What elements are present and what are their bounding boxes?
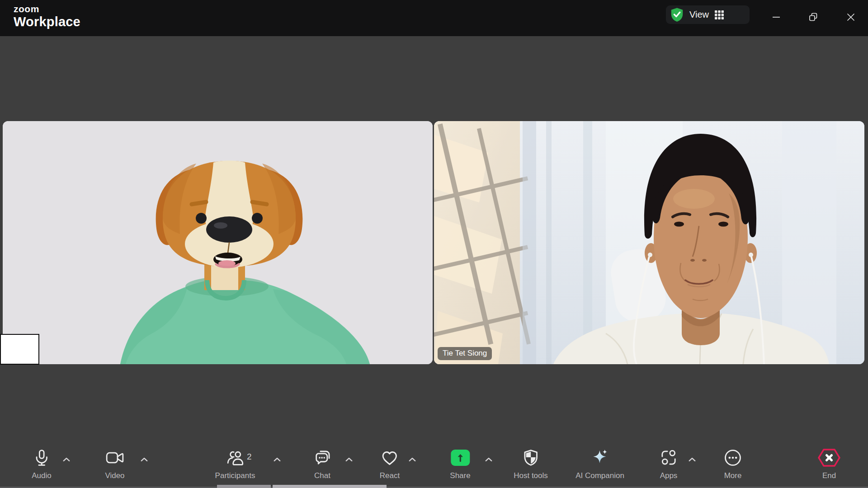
participant-video-illustration xyxy=(434,121,864,364)
chevron-up-icon xyxy=(485,457,493,462)
toolbar-button-share[interactable]: Share xyxy=(450,447,470,480)
react-options-chevron[interactable] xyxy=(407,456,417,463)
chevron-up-icon xyxy=(408,457,416,462)
host-tools-label: Host tools xyxy=(514,471,548,480)
camera-icon xyxy=(105,447,125,468)
audio-label: Audio xyxy=(32,471,51,480)
video-label: Video xyxy=(105,471,124,480)
restore-button[interactable] xyxy=(803,7,823,27)
close-icon xyxy=(846,12,856,22)
zoom-workplace-logo: zoom Workplace xyxy=(14,4,80,28)
taskbar-peek-left xyxy=(217,485,271,488)
apps-label: Apps xyxy=(660,471,678,480)
toolbar-button-end[interactable]: End xyxy=(817,447,841,480)
share-label: Share xyxy=(450,471,470,480)
dog-avatar-illustration xyxy=(3,121,433,364)
video-options-chevron[interactable] xyxy=(139,456,149,463)
share-options-chevron[interactable] xyxy=(484,456,494,463)
minimize-icon xyxy=(771,12,781,22)
brand-workplace: Workplace xyxy=(14,15,80,28)
chevron-up-icon xyxy=(345,457,353,462)
security-shield-icon[interactable] xyxy=(670,7,684,22)
shield-checker-icon xyxy=(521,447,540,468)
participant-name-label: Tie Tet Siong xyxy=(438,347,492,360)
minimize-button[interactable] xyxy=(766,7,786,27)
chat-label: Chat xyxy=(314,471,330,480)
end-hexagon-icon xyxy=(817,447,841,468)
view-button-label: View xyxy=(689,9,709,20)
remote-video-tile[interactable]: Tie Tet Siong xyxy=(434,121,864,364)
chevron-up-icon xyxy=(140,457,148,462)
brand-zoom: zoom xyxy=(14,4,80,14)
ellipsis-circle-icon xyxy=(723,447,742,468)
share-up-arrow-icon xyxy=(451,450,470,466)
participants-icon xyxy=(225,447,245,468)
more-label: More xyxy=(724,471,742,480)
participants-count-badge: 2 xyxy=(247,452,252,462)
microphone-icon xyxy=(32,447,51,468)
chevron-up-icon xyxy=(62,457,71,462)
heart-icon xyxy=(380,447,400,468)
toolbar-button-video[interactable]: Video xyxy=(105,447,125,480)
chevron-up-icon xyxy=(273,457,281,462)
zoom-meeting-window: zoom Workplace View xyxy=(0,0,868,488)
end-label: End xyxy=(822,471,836,480)
apps-icon xyxy=(659,447,678,468)
apps-options-chevron[interactable] xyxy=(687,456,697,463)
participants-label: Participants xyxy=(215,471,255,480)
sparkle-icon xyxy=(590,447,610,468)
title-bar: zoom Workplace View xyxy=(0,0,868,36)
toolbar-button-audio[interactable]: Audio xyxy=(32,447,51,480)
grid-view-icon xyxy=(714,10,724,20)
white-overlay-box xyxy=(0,334,39,365)
toolbar-button-apps[interactable]: Apps xyxy=(659,447,678,480)
audio-options-chevron[interactable] xyxy=(61,456,71,463)
toolbar-button-ai-companion[interactable]: AI Companion xyxy=(576,447,624,480)
toolbar-button-host-tools[interactable]: Host tools xyxy=(514,447,548,480)
toolbar-button-react[interactable]: React xyxy=(380,447,400,480)
chat-options-chevron[interactable] xyxy=(344,456,354,463)
taskbar-peek-right xyxy=(273,485,387,488)
view-button[interactable]: View xyxy=(666,5,750,24)
react-label: React xyxy=(380,471,400,480)
close-button[interactable] xyxy=(841,7,861,27)
restore-icon xyxy=(808,12,819,23)
chat-icon xyxy=(312,447,332,468)
toolbar-button-chat[interactable]: Chat xyxy=(312,447,332,480)
self-video-tile-avatar[interactable] xyxy=(3,121,433,364)
toolbar-button-more[interactable]: More xyxy=(723,447,742,480)
ai-companion-label: AI Companion xyxy=(576,471,624,480)
participants-options-chevron[interactable] xyxy=(272,456,282,463)
chevron-up-icon xyxy=(688,457,696,462)
